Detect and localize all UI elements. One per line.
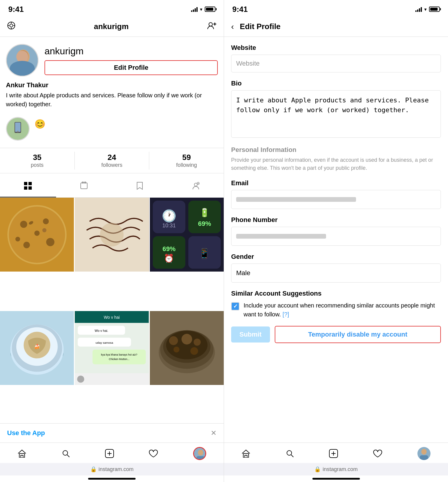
time-left: 9:41 [8,5,24,14]
home-icon-right[interactable] [242,449,250,458]
similar-accounts-row: ✓ Include your account when recommending… [231,301,441,319]
wifi-icon: ▾ [200,7,202,12]
personal-info-desc: Provide your personal information, even … [231,156,441,172]
svg-rect-21 [28,186,32,190]
tab-grid[interactable] [0,177,56,197]
app-banner-text[interactable]: Use the App [7,429,45,437]
svg-point-38 [42,228,47,232]
grid-item-3[interactable]: 🕐 10:31 🔋 69% 69% ⏰ 📱 [150,198,224,272]
avatar [6,44,39,77]
signal-icon-right [415,7,422,12]
heart-icon-right[interactable] [373,449,382,458]
top-nav-right: ‹ Edit Profile [224,17,448,37]
svg-point-17 [17,131,19,132]
profile-icon-left[interactable] [193,447,206,460]
svg-text:⏰: ⏰ [164,253,174,263]
svg-text:69%: 69% [198,220,211,227]
banner-close-icon[interactable]: ✕ [211,429,217,437]
grid-item-4[interactable]: 🍰 [0,311,74,385]
home-icon-left[interactable] [18,449,26,458]
bio-input[interactable]: I write about Apple products and service… [231,90,441,138]
stat-followers[interactable]: 24 followers [75,148,149,173]
add-icon-left[interactable] [105,449,114,458]
add-friend-icon[interactable] [207,21,217,32]
similar-accounts-checkbox[interactable]: ✓ [231,302,239,310]
stat-following[interactable]: 59 following [149,148,224,173]
status-icons-left: ▾ [191,7,215,12]
svg-rect-18 [24,182,27,185]
edit-form: Website Bio I write about Apple products… [224,37,448,443]
svg-text:kya kya khana banays hoi aiz?: kya kya khana banays hoi aiz? [101,353,137,356]
submit-button[interactable]: Submit [231,326,270,343]
add-icon-right[interactable] [329,449,338,458]
svg-point-35 [23,242,30,248]
profile-section: ankurigm Edit Profile [0,37,224,80]
person-tag-icon [192,182,200,192]
posts-label: posts [31,162,44,168]
status-bar-left: 9:41 ▾ [0,0,224,17]
app-banner: Use the App ✕ [0,423,224,443]
grid-item-2[interactable] [75,198,149,272]
profile-icon-right[interactable] [417,447,430,460]
svg-point-36 [34,231,40,236]
photo-grid: 🕐 10:31 🔋 69% 69% ⏰ 📱 [0,198,224,423]
posts-count: 35 [33,153,42,162]
svg-point-93 [198,450,203,456]
email-input-wrapper[interactable] [231,190,441,209]
svg-point-82 [181,334,192,344]
lock-icon-left: 🔒 [90,466,97,473]
phone-input-wrapper[interactable] [231,227,441,246]
stat-posts[interactable]: 35 posts [0,148,74,173]
following-label: following [176,162,197,168]
search-icon-right[interactable] [286,449,294,458]
signal-icon [191,7,198,12]
edit-profile-button[interactable]: Edit Profile [45,60,218,75]
svg-point-74 [77,375,84,383]
svg-text:🔋: 🔋 [199,208,210,218]
bottom-nav-right [224,443,448,463]
story-emoji: 😊 [34,119,45,141]
grid-item-6[interactable] [150,311,224,385]
svg-point-103 [421,449,427,455]
form-actions: Submit Temporarily disable my account [231,326,441,343]
profile-info: ankurigm Edit Profile [45,46,218,75]
svg-point-83 [173,346,179,352]
grid-item-5[interactable]: Wo v hai Wo v hai. uday samosa kya kya k… [75,311,149,385]
similar-accounts-text: Include your account when recommending s… [244,301,441,319]
url-left: instagram.com [99,466,134,473]
svg-text:uday samosa: uday samosa [96,341,113,344]
followers-count: 24 [108,153,116,162]
battery-icon-right [429,7,440,12]
personal-info-label: Personal Information [231,146,441,154]
tab-saved[interactable] [112,177,168,197]
svg-rect-70 [93,349,146,364]
search-icon-left[interactable] [62,449,70,458]
svg-rect-86 [21,455,23,458]
gender-label: Gender [231,253,441,261]
settings-icon[interactable] [7,21,15,32]
following-count: 59 [182,153,191,162]
svg-point-80 [169,336,178,345]
back-button[interactable]: ‹ [231,22,234,31]
svg-point-10 [17,50,30,64]
svg-point-6 [209,23,212,26]
gender-input-wrapper[interactable]: Male [231,264,441,283]
heart-icon-left[interactable] [149,449,158,458]
tab-tagged[interactable] [168,177,224,197]
svg-text:Wo v hai: Wo v hai [104,315,120,319]
grid-item-1[interactable] [0,198,74,272]
stats-row: 35 posts 24 followers 59 following [0,148,224,173]
website-input[interactable] [231,55,441,72]
nav-username-left: ankurigm [94,22,128,31]
disable-account-button[interactable]: Temporarily disable my account [275,326,441,343]
gender-value: Male [236,269,250,277]
similar-accounts-help-link[interactable]: [?] [282,311,289,318]
svg-text:📱: 📱 [198,248,210,259]
story-circle-1[interactable] [6,117,30,141]
bottom-nav-left [0,443,224,463]
tab-igtv[interactable] [56,177,112,197]
similar-accounts-section: Similar Account Suggestions ✓ Include yo… [231,290,441,319]
svg-line-98 [291,455,293,457]
svg-point-1 [10,24,13,27]
profile-username: ankurigm [45,46,218,57]
